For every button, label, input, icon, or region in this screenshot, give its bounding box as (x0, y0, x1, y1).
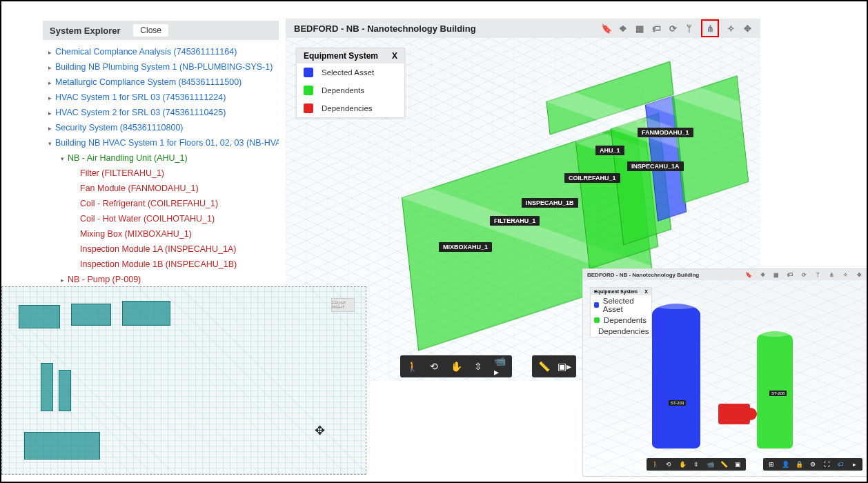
refresh-icon[interactable]: ⟳ (668, 23, 678, 33)
tree-item-label[interactable]: Fan Module (FANMODAHU_1) (80, 184, 199, 193)
mini-display-icon[interactable]: ⊞ (767, 460, 776, 469)
tag-fanmod[interactable]: FANMODAHU_1 (638, 128, 693, 137)
tag-inspecB[interactable]: INSPECAHU_1B (522, 198, 578, 208)
pan-icon[interactable]: ✋ (450, 360, 462, 373)
close-button[interactable]: Close (133, 24, 168, 37)
box-icon[interactable]: ▣▸ (558, 360, 571, 373)
tree-item-label[interactable]: NB - Pump (P-009) (68, 275, 141, 284)
caret-icon[interactable]: ▾ (48, 139, 55, 148)
tree-item[interactable]: ▸Chemical Complance Analysis (7453611111… (48, 44, 279, 59)
blue-cylinder[interactable] (652, 304, 700, 448)
ruler-icon[interactable]: 📏 (537, 360, 550, 373)
updown-icon[interactable]: ⇳ (472, 360, 484, 373)
red-pump[interactable] (718, 404, 750, 424)
mini-box-icon[interactable]: ▣ (733, 460, 742, 469)
network-icon[interactable]: ⋔ (701, 19, 719, 37)
tree-item-label[interactable]: Security System (845361110800) (55, 123, 184, 132)
tree-item-label[interactable]: HVAC System 2 for SRL 03 (745361110425) (55, 108, 226, 117)
caret-icon[interactable]: ▸ (48, 48, 55, 57)
tree-item-label[interactable]: Chemical Complance Analysis (74536111116… (55, 47, 237, 57)
caret-icon[interactable]: ▾ (61, 154, 68, 164)
mini-network-icon[interactable]: ⋔ (827, 270, 836, 279)
tree-item[interactable]: ▸Metallurgic Compliance System (84536111… (48, 75, 279, 90)
legend-row: Selected Asset (297, 63, 404, 81)
mini-expand-icon[interactable]: ⛶ (822, 460, 831, 469)
mini-chevron-icon[interactable]: ▸ (850, 460, 858, 469)
tree-item[interactable]: Coil - Hot Water (COILHOTAHU_1) (48, 211, 279, 226)
tree-item[interactable]: Filter (FILTERAHU_1) (48, 166, 279, 181)
mini-grid-icon[interactable]: ▦ (771, 270, 781, 279)
mini-layers-icon[interactable]: ❖ (758, 270, 767, 279)
camera-icon[interactable]: 📹▸ (494, 360, 506, 373)
green-cylinder[interactable] (757, 331, 793, 448)
wireframe-inset-view[interactable]: FRONT RIGHT (1, 286, 366, 475)
mini-camera-icon[interactable]: 📹 (706, 460, 714, 469)
mini-tag-right[interactable]: ST-208 (769, 391, 787, 396)
grid-icon[interactable]: ▦ (635, 23, 644, 33)
tree-item-label[interactable]: HVAC System 1 for SRL 03 (745361111224) (55, 92, 226, 102)
mini-refresh-icon[interactable]: ⟳ (799, 270, 809, 279)
tree-item-label[interactable]: Coil - Hot Water (COILHOTAHU_1) (80, 214, 215, 224)
sparkle-icon[interactable]: ✧ (726, 23, 736, 33)
mini-branch-icon[interactable]: ᛘ (813, 270, 822, 279)
tree-item[interactable]: Inspection Module 1B (INSPECAHU_1B) (48, 257, 279, 272)
move-icon[interactable]: ✥ (742, 23, 752, 33)
tree-item[interactable]: ▾Building NB HVAC System 1 for Floors 01… (48, 135, 279, 150)
tree-item[interactable]: ▸HVAC System 2 for SRL 03 (745361110425) (48, 105, 279, 120)
mini-person-icon[interactable]: 👤 (781, 460, 789, 469)
tree-item[interactable]: ▾NB - Air Handling Unit (AHU_1) (48, 150, 279, 166)
mini-bookmark-icon[interactable]: 🔖 (744, 270, 753, 279)
tag-ahu[interactable]: AHU_1 (595, 146, 624, 155)
tag-inspecA[interactable]: INSPECAHU_1A (627, 161, 684, 171)
tree-item-label[interactable]: Building NB Plumbing System 1 (NB-PLUMBI… (55, 62, 273, 72)
tree-item-label[interactable]: Coil - Refrigerant (COILREFAHU_1) (80, 199, 218, 208)
mini-settings-icon[interactable]: ⚙ (809, 460, 817, 469)
tree-item-label[interactable]: Building NB HVAC System 1 for Floors 01,… (55, 138, 279, 148)
mini-tag-left[interactable]: ST-203 (669, 400, 686, 406)
mini-walk-icon[interactable]: 🚶 (651, 460, 659, 469)
mini-lock-icon[interactable]: 🔒 (795, 460, 803, 469)
mini-legend-close[interactable]: X (644, 289, 648, 294)
caret-icon[interactable]: ▸ (61, 275, 68, 285)
mini-3d-viewer[interactable]: BEDFORD - NB - Nanotechnology Building 🔖… (583, 269, 868, 476)
tree-item-label[interactable]: Inspection Module 1B (INSPECAHU_1B) (80, 259, 237, 269)
tree-item[interactable]: Coil - Refrigerant (COILREFAHU_1) (48, 196, 279, 211)
mini-tag-tool-icon[interactable]: 🏷 (836, 460, 845, 469)
tag-filter[interactable]: FILTERAHU_1 (490, 216, 540, 226)
mini-orbit-icon[interactable]: ⟲ (664, 460, 673, 469)
legend-close[interactable]: X (392, 51, 397, 61)
tree-item-label[interactable]: Filter (FILTERAHU_1) (80, 168, 164, 178)
mini-sparkle-icon[interactable]: ✧ (840, 270, 850, 279)
tree-item-label[interactable]: Inspection Module 1A (INSPECAHU_1A) (80, 244, 237, 254)
tag-icon[interactable]: 🏷 (651, 23, 661, 33)
tag-coilref[interactable]: COILREFAHU_1 (564, 173, 620, 183)
caret-icon[interactable]: ▸ (48, 108, 55, 118)
orbit-icon[interactable]: ⟲ (428, 360, 440, 373)
branch-icon[interactable]: ᛘ (684, 23, 694, 33)
tree-item-label[interactable]: Metallurgic Compliance System (845361111… (55, 77, 241, 87)
tree-item-label[interactable]: NB - Air Handling Unit (AHU_1) (68, 153, 188, 163)
mini-ruler-icon[interactable]: 📏 (720, 460, 728, 469)
tree-item[interactable]: ▸Security System (845361110800) (48, 120, 279, 135)
tree-item[interactable]: Inspection Module 1A (INSPECAHU_1A) (48, 241, 279, 257)
mini-move-icon[interactable]: ✥ (854, 270, 864, 279)
tree-item[interactable]: ▸NB - Pump (P-009) (48, 272, 279, 286)
system-explorer-header: System Explorer Close (43, 21, 279, 40)
caret-icon[interactable]: ▸ (48, 63, 55, 72)
tree-item[interactable]: ▸Building NB Plumbing System 1 (NB-PLUMB… (48, 59, 279, 75)
caret-icon[interactable]: ▸ (48, 124, 55, 133)
caret-icon[interactable]: ▸ (48, 93, 55, 103)
walk-icon[interactable]: 🚶 (406, 360, 418, 373)
tree-item[interactable]: ▸HVAC System 1 for SRL 03 (745361111224) (48, 90, 279, 105)
viewcube[interactable]: FRONT RIGHT (331, 298, 355, 312)
caret-icon[interactable]: ▸ (48, 78, 55, 88)
mini-updown-icon[interactable]: ⇳ (692, 460, 700, 469)
tree-item-label[interactable]: Mixing Box (MIXBOXAHU_1) (80, 229, 192, 239)
tree-item[interactable]: Fan Module (FANMODAHU_1) (48, 181, 279, 196)
tag-mixbox[interactable]: MIXBOXAHU_1 (439, 242, 492, 252)
mini-pan-icon[interactable]: ✋ (678, 460, 687, 469)
mini-tag-icon[interactable]: 🏷 (785, 270, 795, 279)
layers-icon[interactable]: ❖ (618, 23, 628, 33)
bookmark-icon[interactable]: 🔖 (602, 23, 611, 33)
tree-item[interactable]: Mixing Box (MIXBOXAHU_1) (48, 226, 279, 241)
